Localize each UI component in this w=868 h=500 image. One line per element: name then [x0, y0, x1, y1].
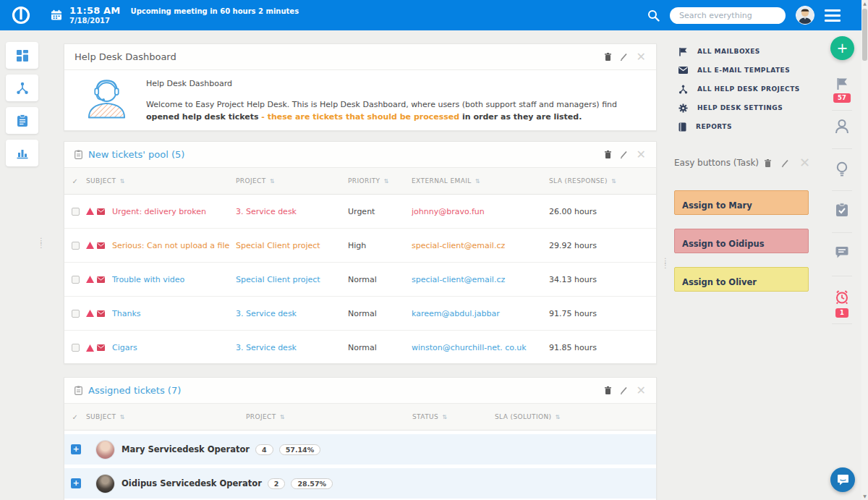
ticket-email-link[interactable]: kareem@abdul.jabbar	[412, 309, 549, 318]
search-input[interactable]	[670, 7, 786, 24]
tasks-clipboard-icon	[17, 114, 28, 127]
column-header-external-email[interactable]: EXTERNAL EMAIL⇅	[412, 177, 549, 185]
close-icon[interactable]: ✕	[637, 385, 646, 397]
edit-pencil-icon[interactable]	[781, 159, 789, 167]
flags-icon[interactable]	[836, 77, 848, 90]
column-header-sla-solution[interactable]: SLA (SOLUTION)⇅	[495, 413, 656, 420]
panel-title-link[interactable]: Assigned tickets (7)	[88, 385, 181, 396]
scrollbar-thumb[interactable]	[862, 9, 867, 61]
expand-group-button[interactable]: +	[71, 444, 81, 454]
edit-pencil-icon[interactable]	[620, 386, 628, 394]
page-scrollbar[interactable]: ▲ ▼	[861, 0, 868, 500]
sort-icon: ⇅	[384, 178, 389, 185]
ticket-project-link[interactable]: 3. Service desk	[236, 207, 348, 216]
ticket-project-link[interactable]: 3. Service desk	[236, 343, 348, 352]
menu-icon[interactable]	[825, 7, 841, 25]
close-icon[interactable]: ✕	[637, 149, 646, 161]
edit-pencil-icon[interactable]	[620, 53, 628, 61]
ticket-subject-link[interactable]: Urgent: delivery broken	[112, 207, 236, 216]
ticket-priority: Normal	[348, 309, 412, 318]
chat-icon[interactable]	[835, 246, 849, 259]
close-icon[interactable]: ✕	[637, 51, 646, 63]
panel-title-link[interactable]: New tickets' pool (5)	[88, 149, 184, 160]
trash-icon[interactable]	[605, 151, 611, 158]
trash-icon[interactable]	[765, 159, 771, 167]
group-row: + Oidipus Servicedesk Operator 2 28.57%	[64, 468, 656, 499]
row-checkbox[interactable]	[72, 242, 80, 250]
column-header-subject[interactable]: SUBJECT⇅	[86, 413, 246, 420]
scroll-up-arrow[interactable]: ▲	[861, 0, 868, 7]
menu-item-help-desk-settings[interactable]: HELP DESK SETTINGS	[678, 98, 823, 117]
panel-title: Help Desk Dashboard	[75, 51, 176, 62]
meeting-notice[interactable]: Upcoming meeting in 60 hours 2 minutes	[131, 7, 299, 17]
row-checkbox[interactable]	[72, 344, 80, 352]
user-avatar[interactable]	[796, 6, 814, 25]
assign-to-oliver-button[interactable]: Assign to Oliver	[674, 267, 809, 292]
menu-item-all-mailboxes[interactable]: ALL MAILBOXES	[678, 42, 823, 61]
new-tickets-column-headers: ✓ SUBJECT⇅ PROJECT⇅ PRIORITY⇅ EXTERNAL E…	[64, 168, 656, 195]
assign-to-oidipus-button[interactable]: Assign to Oidipus	[674, 229, 809, 253]
group-percent-badge: 28.57%	[291, 478, 333, 489]
tasks-check-icon[interactable]	[835, 203, 848, 217]
ticket-subject-link[interactable]: Serious: Can not upload a file	[112, 241, 236, 250]
panel-drag-handle[interactable]: ⋮⋮	[38, 239, 43, 247]
ticket-subject-link[interactable]: Trouble with video	[112, 275, 236, 284]
row-checkbox[interactable]	[72, 208, 80, 216]
trash-icon[interactable]	[605, 386, 611, 394]
column-header-subject[interactable]: SUBJECT⇅	[86, 177, 236, 185]
priority-flags	[86, 344, 112, 352]
warning-icon	[86, 344, 94, 352]
expand-group-button[interactable]: +	[71, 478, 81, 488]
ticket-subject-link[interactable]: Thanks	[112, 309, 236, 318]
app-root: 11:58 AM Upcoming meeting in 60 hours 2 …	[0, 0, 868, 500]
column-header-project[interactable]: PROJECT⇅	[246, 413, 412, 420]
sort-icon: ⇅	[442, 414, 447, 420]
lightbulb-icon[interactable]	[836, 161, 848, 177]
ticket-subject-link[interactable]: Cigars	[112, 343, 236, 352]
scroll-down-arrow[interactable]: ▼	[861, 493, 868, 500]
user-icon[interactable]	[835, 119, 849, 134]
ticket-row: Thanks 3. Service desk Normal kareem@abd…	[64, 297, 656, 331]
sidebar-item-tasks[interactable]	[6, 107, 38, 134]
menu-item-all-email-templates[interactable]: ALL E-MAIL TEMPLATES	[678, 61, 823, 80]
column-header-project[interactable]: PROJECT⇅	[236, 177, 348, 185]
ticket-project-link[interactable]: Special Client project	[236, 241, 348, 250]
calendar-icon[interactable]	[51, 9, 62, 21]
mail-flag-icon	[97, 242, 105, 249]
edit-pencil-icon[interactable]	[620, 151, 628, 158]
priority-flags	[86, 310, 112, 317]
ticket-email-link[interactable]: special-client@email.cz	[412, 241, 549, 250]
assign-to-mary-button[interactable]: Assign to Mary	[674, 190, 809, 215]
select-all-icon[interactable]: ✓	[64, 413, 86, 421]
flags-count-badge: 57	[833, 93, 851, 103]
menu-item-all-help-desk-projects[interactable]: ALL HELP DESK PROJECTS	[678, 80, 823, 98]
ticket-email-link[interactable]: special-client@email.cz	[412, 275, 549, 284]
mail-flag-icon	[97, 208, 105, 215]
sort-icon: ⇅	[280, 414, 285, 420]
row-checkbox[interactable]	[72, 276, 80, 284]
avatar	[96, 441, 114, 459]
trash-icon[interactable]	[605, 53, 611, 61]
alarm-icon[interactable]	[835, 289, 850, 305]
select-all-icon[interactable]: ✓	[64, 177, 86, 185]
column-header-status[interactable]: STATUS⇅	[412, 413, 495, 420]
sidebar-item-reports[interactable]	[6, 140, 38, 166]
sidebar-item-projects[interactable]	[6, 75, 38, 101]
add-new-button[interactable]: +	[830, 36, 854, 60]
close-icon[interactable]: ✕	[799, 156, 810, 169]
sidebar-item-dashboard[interactable]	[6, 42, 38, 69]
column-header-priority[interactable]: PRIORITY⇅	[348, 177, 412, 185]
ticket-email-link[interactable]: winston@churchill-net. co.uk	[412, 343, 549, 352]
ticket-project-link[interactable]: Special Client project	[236, 275, 348, 284]
search-icon[interactable]	[647, 9, 660, 22]
clipboard-icon	[75, 150, 82, 159]
easy-project-logo-icon[interactable]	[10, 4, 32, 26]
menu-item-reports[interactable]: REPORTS	[678, 117, 823, 136]
ticket-email-link[interactable]: johnny@bravo.fun	[412, 207, 549, 216]
panel-drag-handle[interactable]: ⋮⋮	[662, 259, 668, 268]
intro-panel-header: Help Desk Dashboard ✕	[64, 44, 656, 70]
ticket-project-link[interactable]: 3. Service desk	[236, 309, 348, 318]
row-checkbox[interactable]	[72, 310, 80, 318]
column-header-sla-response[interactable]: SLA (RESPONSE)⇅	[549, 177, 656, 185]
live-chat-button[interactable]	[830, 467, 855, 492]
